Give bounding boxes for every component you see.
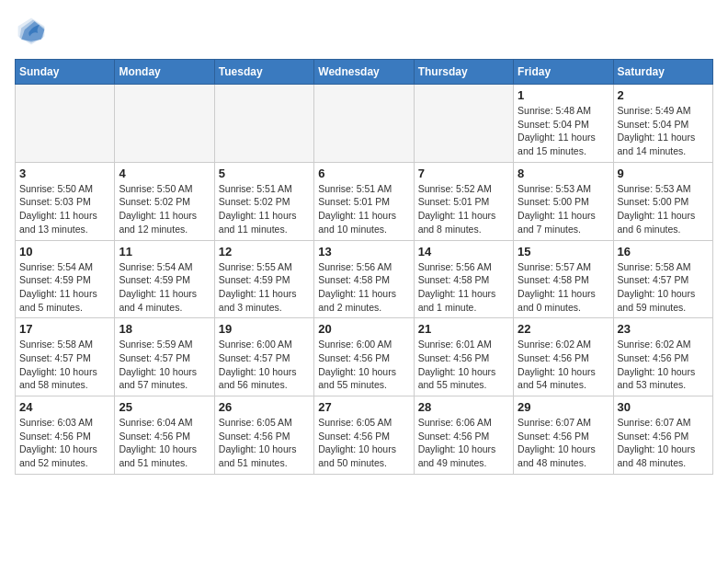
day-number: 13 <box>318 245 409 259</box>
weekday-header: Tuesday <box>214 60 313 85</box>
calendar-cell <box>16 85 115 163</box>
calendar-week-row: 24Sunrise: 6:03 AM Sunset: 4:56 PM Dayli… <box>16 396 713 475</box>
weekday-header: Monday <box>115 60 214 85</box>
calendar-cell: 26Sunrise: 6:05 AM Sunset: 4:56 PM Dayli… <box>214 396 313 475</box>
calendar-cell: 29Sunrise: 6:07 AM Sunset: 4:56 PM Dayli… <box>514 396 613 475</box>
calendar-cell: 12Sunrise: 5:55 AM Sunset: 4:59 PM Dayli… <box>214 240 313 318</box>
day-info: Sunrise: 5:59 AM Sunset: 4:57 PM Dayligh… <box>119 338 210 392</box>
calendar-cell: 2Sunrise: 5:49 AM Sunset: 5:04 PM Daylig… <box>613 85 712 163</box>
day-info: Sunrise: 6:01 AM Sunset: 4:56 PM Dayligh… <box>418 338 509 392</box>
day-number: 9 <box>618 167 709 180</box>
day-info: Sunrise: 5:57 AM Sunset: 4:58 PM Dayligh… <box>518 260 609 315</box>
calendar-cell: 9Sunrise: 5:53 AM Sunset: 5:00 PM Daylig… <box>613 162 712 240</box>
day-number: 21 <box>418 322 509 336</box>
day-info: Sunrise: 5:53 AM Sunset: 5:00 PM Dayligh… <box>518 182 609 236</box>
calendar-week-row: 17Sunrise: 5:58 AM Sunset: 4:57 PM Dayli… <box>16 318 713 396</box>
weekday-header: Thursday <box>414 60 513 85</box>
calendar-cell: 7Sunrise: 5:52 AM Sunset: 5:01 PM Daylig… <box>414 162 513 240</box>
day-number: 24 <box>19 400 110 414</box>
calendar-cell: 30Sunrise: 6:07 AM Sunset: 4:56 PM Dayli… <box>613 396 712 475</box>
day-info: Sunrise: 5:56 AM Sunset: 4:58 PM Dayligh… <box>418 260 509 315</box>
calendar-cell: 3Sunrise: 5:50 AM Sunset: 5:03 PM Daylig… <box>16 162 115 240</box>
weekday-header: Sunday <box>16 60 115 85</box>
day-info: Sunrise: 5:48 AM Sunset: 5:04 PM Dayligh… <box>518 104 609 158</box>
calendar-cell: 14Sunrise: 5:56 AM Sunset: 4:58 PM Dayli… <box>414 240 513 318</box>
day-info: Sunrise: 5:56 AM Sunset: 4:58 PM Dayligh… <box>318 260 409 315</box>
day-info: Sunrise: 6:00 AM Sunset: 4:56 PM Dayligh… <box>318 338 409 392</box>
calendar-cell: 27Sunrise: 6:05 AM Sunset: 4:56 PM Dayli… <box>314 396 414 475</box>
calendar-cell: 20Sunrise: 6:00 AM Sunset: 4:56 PM Dayli… <box>314 318 414 396</box>
day-number: 28 <box>418 400 509 414</box>
day-number: 17 <box>19 322 110 336</box>
logo <box>15 15 51 48</box>
day-number: 4 <box>119 167 210 180</box>
day-number: 11 <box>119 245 210 259</box>
day-info: Sunrise: 6:07 AM Sunset: 4:56 PM Dayligh… <box>618 416 709 470</box>
day-number: 15 <box>518 245 609 259</box>
day-info: Sunrise: 6:03 AM Sunset: 4:56 PM Dayligh… <box>19 416 110 470</box>
calendar-cell: 21Sunrise: 6:01 AM Sunset: 4:56 PM Dayli… <box>414 318 513 396</box>
day-number: 7 <box>418 167 509 180</box>
day-number: 12 <box>219 245 310 259</box>
day-info: Sunrise: 5:49 AM Sunset: 5:04 PM Dayligh… <box>618 104 709 158</box>
day-number: 22 <box>518 322 609 336</box>
day-info: Sunrise: 5:52 AM Sunset: 5:01 PM Dayligh… <box>418 182 509 236</box>
day-info: Sunrise: 6:05 AM Sunset: 4:56 PM Dayligh… <box>219 416 310 470</box>
day-number: 27 <box>318 400 409 414</box>
day-number: 14 <box>418 245 509 259</box>
calendar-cell: 18Sunrise: 5:59 AM Sunset: 4:57 PM Dayli… <box>115 318 214 396</box>
day-number: 26 <box>219 400 310 414</box>
calendar-week-row: 1Sunrise: 5:48 AM Sunset: 5:04 PM Daylig… <box>16 85 713 163</box>
calendar-cell <box>115 85 214 163</box>
calendar-cell <box>214 85 313 163</box>
logo-icon <box>15 15 48 48</box>
day-info: Sunrise: 5:53 AM Sunset: 5:00 PM Dayligh… <box>618 182 709 236</box>
calendar-cell: 24Sunrise: 6:03 AM Sunset: 4:56 PM Dayli… <box>16 396 115 475</box>
calendar-cell: 16Sunrise: 5:58 AM Sunset: 4:57 PM Dayli… <box>613 240 712 318</box>
calendar-cell: 6Sunrise: 5:51 AM Sunset: 5:01 PM Daylig… <box>314 162 414 240</box>
calendar-cell: 25Sunrise: 6:04 AM Sunset: 4:56 PM Dayli… <box>115 396 214 475</box>
day-number: 16 <box>618 245 709 259</box>
day-info: Sunrise: 6:02 AM Sunset: 4:56 PM Dayligh… <box>618 338 709 392</box>
day-info: Sunrise: 6:02 AM Sunset: 4:56 PM Dayligh… <box>518 338 609 392</box>
day-number: 29 <box>518 400 609 414</box>
day-info: Sunrise: 6:05 AM Sunset: 4:56 PM Dayligh… <box>318 416 409 470</box>
calendar-cell: 28Sunrise: 6:06 AM Sunset: 4:56 PM Dayli… <box>414 396 513 475</box>
calendar-cell: 19Sunrise: 6:00 AM Sunset: 4:57 PM Dayli… <box>214 318 313 396</box>
weekday-header: Wednesday <box>314 60 414 85</box>
day-number: 2 <box>618 88 709 102</box>
calendar-cell: 13Sunrise: 5:56 AM Sunset: 4:58 PM Dayli… <box>314 240 414 318</box>
day-info: Sunrise: 6:07 AM Sunset: 4:56 PM Dayligh… <box>518 416 609 470</box>
calendar-cell: 15Sunrise: 5:57 AM Sunset: 4:58 PM Dayli… <box>514 240 613 318</box>
calendar-cell: 17Sunrise: 5:58 AM Sunset: 4:57 PM Dayli… <box>16 318 115 396</box>
day-number: 23 <box>618 322 709 336</box>
calendar-table: SundayMondayTuesdayWednesdayThursdayFrid… <box>15 59 713 475</box>
weekday-header: Saturday <box>613 60 712 85</box>
day-number: 20 <box>318 322 409 336</box>
calendar-cell: 11Sunrise: 5:54 AM Sunset: 4:59 PM Dayli… <box>115 240 214 318</box>
day-number: 10 <box>19 245 110 259</box>
day-info: Sunrise: 6:06 AM Sunset: 4:56 PM Dayligh… <box>418 416 509 470</box>
day-info: Sunrise: 5:51 AM Sunset: 5:02 PM Dayligh… <box>219 182 310 236</box>
weekday-header: Friday <box>514 60 613 85</box>
day-info: Sunrise: 5:51 AM Sunset: 5:01 PM Dayligh… <box>318 182 409 236</box>
calendar-cell: 22Sunrise: 6:02 AM Sunset: 4:56 PM Dayli… <box>514 318 613 396</box>
calendar-cell: 8Sunrise: 5:53 AM Sunset: 5:00 PM Daylig… <box>514 162 613 240</box>
calendar-cell: 23Sunrise: 6:02 AM Sunset: 4:56 PM Dayli… <box>613 318 712 396</box>
calendar-week-row: 10Sunrise: 5:54 AM Sunset: 4:59 PM Dayli… <box>16 240 713 318</box>
day-info: Sunrise: 5:55 AM Sunset: 4:59 PM Dayligh… <box>219 260 310 315</box>
calendar-cell <box>414 85 513 163</box>
day-number: 8 <box>518 167 609 180</box>
calendar-cell: 10Sunrise: 5:54 AM Sunset: 4:59 PM Dayli… <box>16 240 115 318</box>
day-info: Sunrise: 5:50 AM Sunset: 5:02 PM Dayligh… <box>119 182 210 236</box>
calendar-cell: 1Sunrise: 5:48 AM Sunset: 5:04 PM Daylig… <box>514 85 613 163</box>
day-info: Sunrise: 5:50 AM Sunset: 5:03 PM Dayligh… <box>19 182 110 236</box>
day-number: 6 <box>318 167 409 180</box>
day-info: Sunrise: 5:54 AM Sunset: 4:59 PM Dayligh… <box>19 260 110 315</box>
day-number: 18 <box>119 322 210 336</box>
day-number: 1 <box>518 88 609 102</box>
calendar-cell: 5Sunrise: 5:51 AM Sunset: 5:02 PM Daylig… <box>214 162 313 240</box>
page-header <box>15 15 713 48</box>
day-info: Sunrise: 5:54 AM Sunset: 4:59 PM Dayligh… <box>119 260 210 315</box>
day-info: Sunrise: 5:58 AM Sunset: 4:57 PM Dayligh… <box>618 260 709 315</box>
